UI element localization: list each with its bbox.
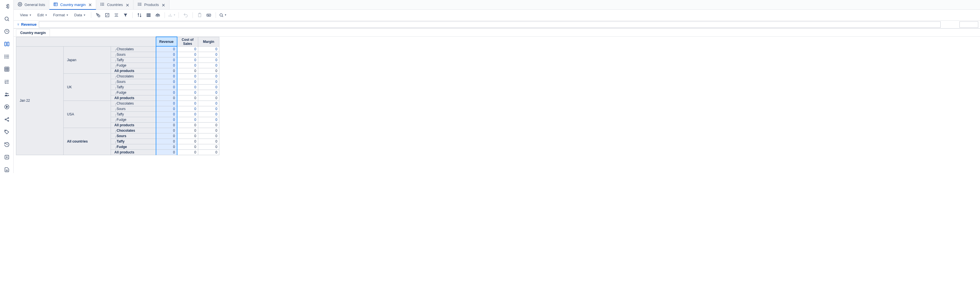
selection-chip[interactable]: Revenue [16, 22, 37, 27]
data-cell[interactable]: 0 [177, 123, 198, 128]
product-cell[interactable]: ┌Sours [111, 106, 156, 112]
data-cell[interactable]: 0 [177, 150, 198, 155]
data-cell[interactable]: 0 [156, 150, 177, 155]
data-cell[interactable]: 0 [198, 123, 220, 128]
data-cell[interactable]: 0 [177, 46, 198, 52]
product-cell[interactable]: ┌Sours [111, 52, 156, 58]
product-cell[interactable]: ┌Fudge [111, 117, 156, 123]
data-cell[interactable]: 0 [177, 101, 198, 106]
close-icon[interactable] [161, 3, 165, 7]
data-cell[interactable]: 0 [156, 139, 177, 144]
product-cell[interactable]: All products [111, 68, 156, 74]
data-cell[interactable]: 0 [177, 63, 198, 68]
data-cell[interactable]: 0 [177, 106, 198, 112]
close-icon[interactable] [125, 3, 129, 7]
data-cell[interactable]: 0 [156, 123, 177, 128]
data-cell[interactable]: 0 [177, 117, 198, 123]
product-cell[interactable]: ┌Chocolates [111, 46, 156, 52]
product-cell[interactable]: ┌Chocolates [111, 74, 156, 79]
data-cell[interactable]: 0 [177, 95, 198, 101]
data-cell[interactable]: 0 [156, 85, 177, 90]
grid-icon[interactable] [3, 66, 10, 72]
chart-icon[interactable]: ▼ [168, 11, 176, 19]
data-cell[interactable]: 0 [156, 74, 177, 79]
play-circle-icon[interactable] [3, 104, 10, 110]
country-cell[interactable]: UK [64, 74, 111, 101]
country-cell[interactable]: Japan [64, 46, 111, 74]
country-cell[interactable]: All countries [64, 128, 111, 155]
data-cell[interactable]: 0 [198, 117, 220, 123]
tab-general-lists[interactable]: General lists [14, 0, 49, 10]
data-cell[interactable]: 0 [198, 106, 220, 112]
data-cell[interactable]: 0 [177, 112, 198, 117]
data-cell[interactable]: 0 [198, 128, 220, 133]
tab-products[interactable]: Products [134, 0, 169, 10]
data-cell[interactable]: 0 [156, 46, 177, 52]
data-cell[interactable]: 0 [156, 101, 177, 106]
product-cell[interactable]: ┌Taffy [111, 85, 156, 90]
data-cell[interactable]: 0 [198, 68, 220, 74]
data-cell[interactable]: 0 [198, 101, 220, 106]
data-cell[interactable]: 0 [156, 95, 177, 101]
data-cell[interactable]: 0 [177, 133, 198, 139]
data-cell[interactable]: 0 [198, 150, 220, 155]
data-cell[interactable]: 0 [177, 144, 198, 150]
filter-icon[interactable] [121, 11, 129, 19]
people-icon[interactable] [3, 91, 10, 98]
data-cell[interactable]: 0 [156, 133, 177, 139]
undo-icon[interactable] [182, 11, 190, 19]
menu-edit[interactable]: Edit▼ [35, 12, 49, 18]
data-cell[interactable]: 0 [156, 117, 177, 123]
product-cell[interactable]: All products [111, 123, 156, 128]
data-cell[interactable]: 0 [156, 128, 177, 133]
plus-box-icon[interactable] [3, 154, 10, 161]
data-cell[interactable]: 0 [177, 58, 198, 63]
menu-data[interactable]: Data▼ [72, 12, 88, 18]
paste-icon[interactable] [196, 11, 204, 19]
data-cell[interactable]: 0 [198, 63, 220, 68]
data-cell[interactable]: 0 [198, 133, 220, 139]
data-cell[interactable]: 0 [198, 144, 220, 150]
data-cell[interactable]: 0 [177, 90, 198, 95]
product-cell[interactable]: ┌Taffy [111, 112, 156, 117]
keyboard-icon[interactable] [205, 11, 213, 19]
numbered-list-icon[interactable] [3, 78, 10, 85]
collapse-panel-icon[interactable] [3, 3, 10, 10]
data-cell[interactable]: 0 [198, 95, 220, 101]
data-cell[interactable]: 0 [198, 90, 220, 95]
sheet-tab-country-margin[interactable]: Country margin [16, 29, 50, 36]
tab-countries[interactable]: Countries [96, 0, 134, 10]
data-cell[interactable]: 0 [198, 74, 220, 79]
formula-side-input[interactable] [959, 21, 978, 28]
product-cell[interactable]: All products [111, 150, 156, 155]
document-icon[interactable] [3, 166, 10, 173]
data-cell[interactable]: 0 [177, 128, 198, 133]
data-cell[interactable]: 0 [177, 68, 198, 74]
column-header[interactable]: Margin [198, 37, 220, 46]
menu-view[interactable]: View▼ [18, 12, 34, 18]
balance-icon[interactable] [154, 11, 162, 19]
data-cell[interactable]: 0 [177, 79, 198, 85]
data-cell[interactable]: 0 [198, 79, 220, 85]
tab-country-margin[interactable]: Country margin [49, 0, 96, 10]
select-cell-icon[interactable] [103, 11, 111, 19]
country-cell[interactable]: USA [64, 101, 111, 128]
product-cell[interactable]: ┌Fudge [111, 90, 156, 95]
data-cell[interactable]: 0 [177, 52, 198, 58]
data-cell[interactable]: 0 [198, 58, 220, 63]
column-header[interactable]: Cost of Sales [177, 37, 198, 46]
search-menu-icon[interactable]: ▼ [219, 11, 227, 19]
product-cell[interactable]: ┌Chocolates [111, 101, 156, 106]
product-cell[interactable]: ┌Taffy [111, 58, 156, 63]
product-cell[interactable]: ┌Fudge [111, 63, 156, 68]
align-icon[interactable] [112, 11, 120, 19]
data-cell[interactable]: 0 [198, 139, 220, 144]
period-cell[interactable]: Jan 22 [16, 46, 64, 155]
data-cell[interactable]: 0 [156, 106, 177, 112]
column-header[interactable]: Revenue [156, 37, 177, 46]
product-cell[interactable]: ┌Fudge [111, 144, 156, 150]
select-area-icon[interactable] [94, 11, 102, 19]
data-cell[interactable]: 0 [156, 63, 177, 68]
columns-icon[interactable] [145, 11, 153, 19]
data-cell[interactable]: 0 [156, 52, 177, 58]
